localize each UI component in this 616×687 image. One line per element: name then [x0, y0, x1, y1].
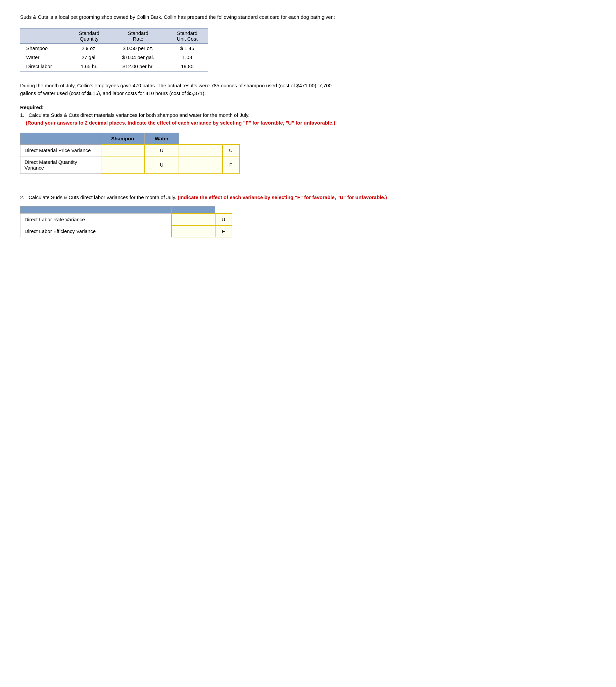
- qty-water: 27 gal.: [68, 53, 110, 62]
- dmqv-shampoo-indicator: U: [145, 156, 179, 173]
- dmqv-water-value-input[interactable]: [183, 163, 210, 168]
- col-header-unit-cost: StandardUnit Cost: [166, 28, 208, 44]
- vt1-col1-header: [21, 133, 101, 145]
- variance-table-2: Direct Labor Rate Variance U Direct Labo…: [20, 206, 232, 237]
- dlev-label: Direct Labor Efficiency Variance: [21, 225, 172, 237]
- qty-labor: 1.65 hr.: [68, 62, 110, 71]
- rate-water: $ 0.04 per gal.: [110, 53, 166, 62]
- dlev-value-input[interactable]: [176, 229, 203, 234]
- vt1-col3-header: Water: [145, 133, 179, 145]
- cost-water: 1.08: [166, 53, 208, 62]
- cost-card-table: StandardQuantity StandardRate StandardUn…: [20, 28, 208, 71]
- col-header-quantity: StandardQuantity: [68, 28, 110, 44]
- table-row: Water 27 gal. $ 0.04 per gal. 1.08: [20, 53, 208, 62]
- table-row: Direct Material QuantityVariance U F: [21, 156, 239, 173]
- dmqv-water-indicator: F: [223, 156, 239, 173]
- dmpv-water-value-input[interactable]: [183, 148, 210, 153]
- dmpv-label: Direct Material Price Variance: [21, 144, 101, 156]
- intro-paragraph: Suds & Cuts is a local pet grooming shop…: [20, 14, 339, 21]
- required-item-1: 1. Calculate Suds & Cuts direct material…: [20, 111, 339, 127]
- table-row: Direct labor 1.65 hr. $12.00 per hr. 19.…: [20, 62, 208, 71]
- cost-shampoo: $ 1.45: [166, 43, 208, 53]
- dlrv-label: Direct Labor Rate Variance: [21, 214, 172, 225]
- dmpv-water-indicator: U: [223, 144, 239, 156]
- lt-col1-header: [21, 206, 172, 214]
- item2-red-text: (Indicate the effect of each variance by…: [178, 194, 387, 200]
- col-header-item: [20, 28, 68, 44]
- required-section: Required: 1. Calculate Suds & Cuts direc…: [20, 104, 339, 127]
- dmpv-water-input[interactable]: [179, 144, 223, 156]
- variance-table-1: Shampoo Water Direct Material Price Vari…: [20, 133, 240, 174]
- dlrv-input[interactable]: [172, 214, 215, 225]
- col-header-rate: StandardRate: [110, 28, 166, 44]
- item-labor: Direct labor: [20, 62, 68, 71]
- mid-paragraph: During the month of July, Collin's emplo…: [20, 82, 339, 98]
- dmpv-shampoo-input[interactable]: [101, 144, 145, 156]
- dmqv-water-input[interactable]: [179, 156, 223, 173]
- dlev-indicator: F: [215, 225, 232, 237]
- dlrv-indicator: U: [215, 214, 232, 225]
- dmpv-shampoo-value-input[interactable]: [105, 148, 132, 153]
- dlrv-value-input[interactable]: [176, 217, 203, 222]
- item-water: Water: [20, 53, 68, 62]
- table-row: Direct Labor Efficiency Variance F: [21, 225, 232, 237]
- dlev-input[interactable]: [172, 225, 215, 237]
- item2-number: 2.: [20, 194, 24, 200]
- dmqv-shampoo-value-input[interactable]: [105, 163, 132, 168]
- qty-shampoo: 2.9 oz.: [68, 43, 110, 53]
- required-item-2: 2. Calculate Suds & Cuts direct labor va…: [20, 194, 596, 201]
- dmqv-label: Direct Material QuantityVariance: [21, 156, 101, 173]
- item1-number: 1.: [20, 112, 24, 118]
- section-2: 2. Calculate Suds & Cuts direct labor va…: [20, 194, 596, 237]
- rate-labor: $12.00 per hr.: [110, 62, 166, 71]
- item-shampoo: Shampoo: [20, 43, 68, 53]
- vt1-col2-header: Shampoo: [101, 133, 145, 145]
- item2-text: Calculate Suds & Cuts direct labor varia…: [28, 194, 176, 200]
- table-row: Direct Material Price Variance U U: [21, 144, 239, 156]
- item1-red-text: (Round your answers to 2 decimal places.…: [26, 120, 335, 126]
- dmpv-shampoo-indicator: U: [145, 144, 179, 156]
- table-row: Direct Labor Rate Variance U: [21, 214, 232, 225]
- dmqv-shampoo-input[interactable]: [101, 156, 145, 173]
- lt-col2-header: [172, 206, 215, 214]
- required-label: Required:: [20, 104, 339, 110]
- table-row: Shampoo 2.9 oz. $ 0.50 per oz. $ 1.45: [20, 43, 208, 53]
- cost-labor: 19.80: [166, 62, 208, 71]
- item1-text: Calculate Suds & Cuts direct materials v…: [28, 112, 249, 118]
- rate-shampoo: $ 0.50 per oz.: [110, 43, 166, 53]
